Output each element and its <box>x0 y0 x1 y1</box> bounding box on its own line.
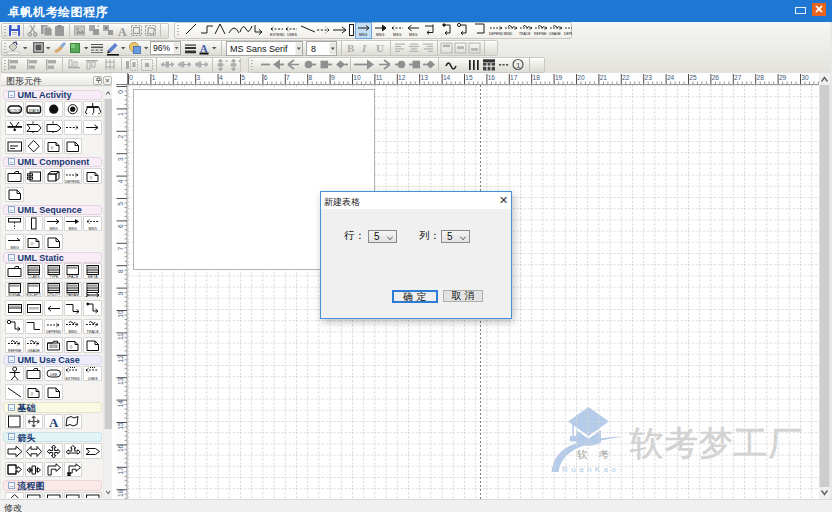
svg-text:11: 11 <box>117 333 124 340</box>
svg-text:MSG: MSG <box>409 33 417 37</box>
svg-text:MS Sans Serif: MS Sans Serif <box>230 44 288 54</box>
svg-text:PARAM: PARAM <box>67 293 80 297</box>
svg-text:5: 5 <box>117 202 124 206</box>
svg-text:BIND: BIND <box>69 330 78 334</box>
svg-text:12: 12 <box>117 355 124 363</box>
svg-text:DEPEND: DEPEND <box>564 32 572 36</box>
svg-text:17: 17 <box>117 467 124 475</box>
svg-text:6: 6 <box>117 224 124 228</box>
svg-text:USAGE: USAGE <box>27 348 40 352</box>
svg-text:SIGNAL: SIGNAL <box>8 293 21 297</box>
svg-text:4: 4 <box>218 74 222 81</box>
svg-text:1: 1 <box>516 61 521 70</box>
svg-text:0: 0 <box>117 90 124 94</box>
svg-text:MSG: MSG <box>359 33 367 37</box>
svg-text:〈〉: 〈〉 <box>70 343 73 348</box>
svg-text:TRACE: TRACE <box>519 32 531 36</box>
svg-text:22: 22 <box>622 74 630 81</box>
svg-text:B: B <box>347 42 355 54</box>
svg-text:96%: 96% <box>153 43 170 53</box>
svg-text:REFINE: REFINE <box>8 348 22 352</box>
svg-text:USES: USES <box>88 377 98 381</box>
svg-text:20: 20 <box>577 74 585 81</box>
svg-text:META: META <box>88 275 98 279</box>
svg-text:MSG: MSG <box>49 227 57 231</box>
svg-text:29: 29 <box>778 74 786 81</box>
svg-text:23: 23 <box>644 74 652 81</box>
svg-text:TYPE: TYPE <box>49 275 59 279</box>
svg-text:MSG: MSG <box>10 245 18 249</box>
svg-text:I/FACE: I/FACE <box>67 275 79 279</box>
svg-text:8: 8 <box>308 74 312 81</box>
svg-text:17: 17 <box>510 74 518 81</box>
svg-text:DEPEND: DEPEND <box>489 32 504 36</box>
svg-text:EXTEND: EXTEND <box>66 377 81 381</box>
svg-text:MSG: MSG <box>69 227 77 231</box>
svg-text:25: 25 <box>689 74 697 81</box>
svg-text:28: 28 <box>756 74 764 81</box>
svg-text:2: 2 <box>174 74 178 81</box>
svg-text:STATE: STATE <box>29 108 40 112</box>
svg-text:14: 14 <box>117 400 124 408</box>
svg-text:0: 0 <box>129 74 133 81</box>
svg-text:DEPEND: DEPEND <box>46 330 61 334</box>
svg-text:〈〉: 〈〉 <box>90 174 93 179</box>
svg-text:3: 3 <box>117 157 124 161</box>
svg-text:18: 18 <box>117 489 124 497</box>
svg-text:MSG: MSG <box>393 33 401 37</box>
svg-text:10: 10 <box>117 310 124 318</box>
svg-text:26: 26 <box>711 74 719 81</box>
svg-text:A: A <box>200 43 208 54</box>
svg-text:EXCEPT: EXCEPT <box>27 293 42 297</box>
svg-text:3: 3 <box>196 74 200 81</box>
svg-text:5: 5 <box>241 74 245 81</box>
svg-text:9: 9 <box>117 291 124 295</box>
svg-text:13: 13 <box>117 377 124 385</box>
svg-text:〈〉: 〈〉 <box>50 144 53 149</box>
svg-text:8: 8 <box>311 44 316 54</box>
svg-text:11: 11 <box>375 74 382 81</box>
svg-text:UTILITY: UTILITY <box>47 293 61 297</box>
svg-text:15: 15 <box>117 422 124 430</box>
svg-text:27: 27 <box>734 74 742 81</box>
svg-text:14: 14 <box>442 74 450 81</box>
svg-text:〈〉: 〈〉 <box>31 390 34 395</box>
svg-text:18: 18 <box>532 74 540 81</box>
svg-text:21: 21 <box>599 74 607 81</box>
svg-text:13: 13 <box>420 74 428 81</box>
svg-text:2: 2 <box>117 135 124 139</box>
svg-text:30: 30 <box>801 74 809 81</box>
svg-text:CLASS: CLASS <box>28 275 40 279</box>
svg-text:7: 7 <box>117 247 124 251</box>
svg-text:24: 24 <box>666 74 674 81</box>
svg-text:EXTEND: EXTEND <box>270 33 285 37</box>
svg-text:8: 8 <box>117 269 124 273</box>
svg-text:I: I <box>361 42 367 54</box>
svg-text:«»: «» <box>51 344 55 348</box>
svg-text:16: 16 <box>487 74 495 81</box>
svg-text:10: 10 <box>353 74 361 81</box>
svg-text:USAGE: USAGE <box>549 32 562 36</box>
svg-text:〈〉: 〈〉 <box>31 240 34 245</box>
svg-text:TRACE: TRACE <box>86 330 99 334</box>
svg-text:6: 6 <box>263 74 267 81</box>
svg-text:USE: USE <box>50 373 58 377</box>
svg-text:4: 4 <box>117 179 124 183</box>
svg-text:BIND: BIND <box>504 32 513 36</box>
svg-text:MSG: MSG <box>376 33 384 37</box>
svg-text:DEPEND: DEPEND <box>66 179 81 183</box>
svg-text:9: 9 <box>330 74 334 81</box>
svg-text:1: 1 <box>151 74 155 81</box>
svg-text:ACTION: ACTION <box>8 108 21 112</box>
svg-text:MSG: MSG <box>88 227 96 231</box>
svg-text:REFINE: REFINE <box>534 32 547 36</box>
svg-text:U: U <box>376 42 384 54</box>
svg-text:16: 16 <box>117 444 124 452</box>
svg-text:1: 1 <box>117 112 124 116</box>
svg-text:15: 15 <box>465 74 473 81</box>
svg-text:19: 19 <box>554 74 562 81</box>
svg-text:7: 7 <box>286 74 290 81</box>
svg-text:A: A <box>118 25 127 39</box>
svg-text:12: 12 <box>398 74 406 81</box>
svg-text:USES: USES <box>287 33 297 37</box>
